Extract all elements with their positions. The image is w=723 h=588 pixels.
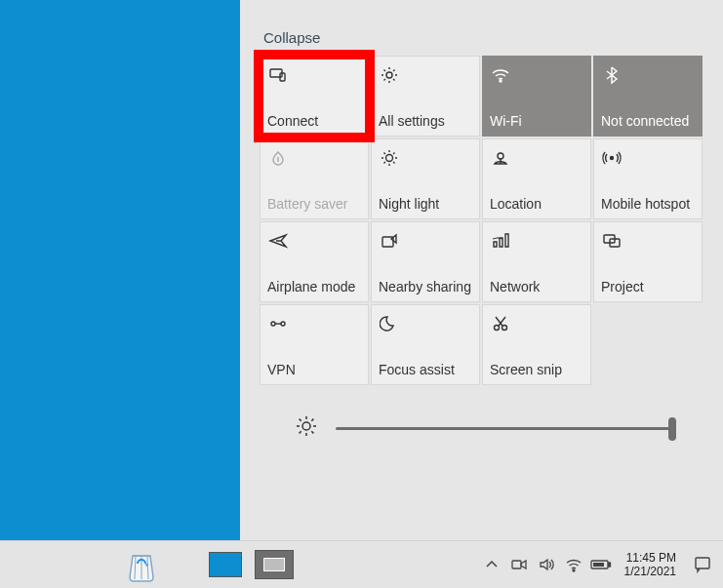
- share-icon: [380, 231, 471, 251]
- system-tray: 11:45 PM 1/21/2021: [478, 541, 723, 588]
- desktop-background: [0, 0, 240, 540]
- tile-mobile-hotspot[interactable]: Mobile hotspot: [593, 138, 703, 219]
- tile-connect[interactable]: Connect: [260, 56, 369, 137]
- tray-volume-icon[interactable]: [533, 541, 560, 588]
- brightness-icon: [295, 414, 318, 442]
- brightness-slider-thumb[interactable]: [668, 417, 676, 441]
- battery-saver-icon: [268, 148, 360, 168]
- taskbar: 11:45 PM 1/21/2021: [0, 540, 723, 588]
- tile-label: Battery saver: [267, 197, 364, 212]
- taskbar-app-desktop[interactable]: [203, 544, 248, 585]
- svg-rect-4: [608, 563, 610, 567]
- notifications-icon[interactable]: [686, 541, 719, 588]
- tile-label: Not connected: [601, 114, 698, 129]
- collapse-label: Collapse: [263, 29, 320, 46]
- connect-icon: [268, 65, 360, 85]
- tile-label: Wi-Fi: [490, 114, 586, 129]
- quick-action-tiles: ConnectAll settingsWi-FiNot connectedBat…: [240, 56, 723, 385]
- tile-all-settings[interactable]: All settings: [371, 56, 480, 137]
- tray-battery-icon[interactable]: [587, 541, 615, 588]
- tile-label: Location: [490, 197, 586, 212]
- svg-rect-6: [696, 558, 709, 568]
- tile-label: Project: [601, 280, 698, 294]
- tile-project[interactable]: Project: [593, 221, 703, 302]
- network-icon: [491, 231, 582, 251]
- recycle-bin-icon[interactable]: [119, 544, 164, 585]
- tile-network[interactable]: Network: [482, 221, 591, 302]
- tile-label: Night light: [379, 197, 475, 212]
- tile-label: Screen snip: [490, 363, 586, 377]
- airplane-icon: [268, 231, 360, 251]
- tile-focus-assist[interactable]: Focus assist: [371, 304, 480, 385]
- tray-meet-now-icon[interactable]: [505, 541, 533, 588]
- tile-label: Focus assist: [379, 363, 475, 377]
- tray-wifi-icon[interactable]: [560, 541, 587, 588]
- wifi-icon: [491, 65, 582, 85]
- tile-label: Mobile hotspot: [601, 197, 698, 212]
- svg-rect-5: [593, 563, 604, 567]
- brightness-slider[interactable]: [336, 427, 674, 430]
- collapse-button[interactable]: Collapse: [240, 0, 723, 56]
- taskbar-app-taskview[interactable]: [252, 544, 297, 585]
- moon-icon: [380, 314, 471, 333]
- tile-airplane-mode[interactable]: Airplane mode: [260, 221, 369, 302]
- taskbar-date: 1/21/2021: [624, 565, 676, 578]
- tile-label: Airplane mode: [267, 280, 364, 294]
- bluetooth-icon: [602, 65, 694, 85]
- tile-night-light[interactable]: Night light: [371, 138, 480, 219]
- tile-location[interactable]: Location: [482, 138, 591, 219]
- hotspot-icon: [602, 148, 694, 168]
- tile-label: Nearby sharing: [379, 280, 475, 294]
- tile-wifi[interactable]: Wi-Fi: [482, 56, 591, 137]
- tile-battery-saver: Battery saver: [260, 138, 369, 219]
- snip-icon: [491, 314, 582, 333]
- action-center-panel: Collapse ConnectAll settingsWi-FiNot con…: [240, 0, 723, 471]
- tray-overflow-icon[interactable]: [478, 541, 505, 588]
- svg-point-0: [302, 422, 310, 430]
- gear-icon: [380, 65, 471, 85]
- location-icon: [491, 148, 582, 168]
- tile-screen-snip[interactable]: Screen snip: [482, 304, 591, 385]
- vpn-icon: [268, 314, 360, 333]
- sun-icon: [380, 148, 471, 168]
- tile-vpn[interactable]: VPN: [260, 304, 369, 385]
- tile-nearby-sharing[interactable]: Nearby sharing: [371, 221, 480, 302]
- project-icon: [602, 231, 694, 251]
- svg-point-2: [573, 569, 575, 571]
- taskbar-clock[interactable]: 11:45 PM 1/21/2021: [615, 551, 686, 579]
- tile-bluetooth[interactable]: Not connected: [593, 56, 703, 137]
- svg-rect-1: [512, 561, 521, 568]
- brightness-row: [240, 385, 723, 471]
- taskbar-time: 11:45 PM: [624, 551, 676, 565]
- tile-label: All settings: [379, 114, 475, 129]
- tile-label: Connect: [267, 114, 364, 129]
- tile-label: Network: [490, 280, 586, 294]
- tile-label: VPN: [267, 363, 364, 377]
